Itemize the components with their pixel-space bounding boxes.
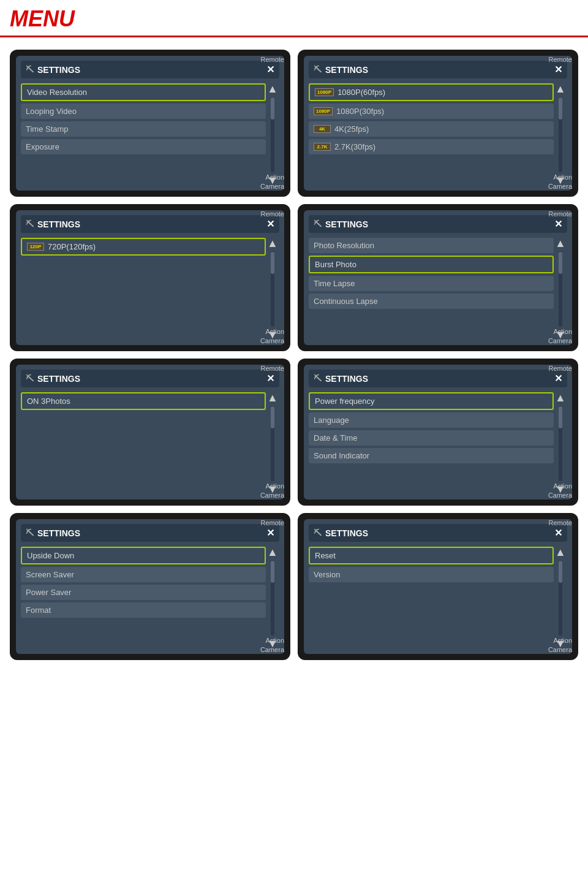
menu-item-text-2-1: 1080P(60fps) bbox=[337, 88, 385, 97]
menu-item-7-2[interactable]: Screen Saver bbox=[21, 567, 266, 582]
menu-area-6: Power frequencyLanguageDate & TimeSound … bbox=[309, 392, 554, 495]
menu-item-text-6-4: Sound Indicator bbox=[314, 451, 369, 460]
up-btn-7[interactable]: ▲ bbox=[267, 547, 278, 558]
remote-label-4: Remote bbox=[548, 210, 572, 218]
res-badge-2-3: 4K bbox=[314, 125, 331, 133]
settings-label-text-2: SETTINGS bbox=[325, 65, 368, 75]
close-btn-4[interactable]: ✕ bbox=[554, 218, 562, 230]
screen-3: ⛏SETTINGS✕120P720P(120fps)▲▼ bbox=[16, 210, 284, 345]
menu-item-text-7-1: Upside Down bbox=[27, 551, 74, 560]
menu-item-text-8-1: Reset bbox=[315, 551, 336, 560]
wrench-icon-6: ⛏ bbox=[314, 374, 322, 383]
menu-item-1-3[interactable]: Time Stamp bbox=[21, 121, 266, 137]
camera-unit-8: Remote⛏SETTINGS✕ResetVersion▲▼ActionCame… bbox=[298, 513, 578, 660]
screen-7: ⛏SETTINGS✕Upside DownScreen SaverPower S… bbox=[16, 519, 284, 654]
menu-item-8-2[interactable]: Version bbox=[309, 567, 554, 582]
action-label-7: ActionCamera bbox=[260, 636, 284, 654]
screen-content-1: Video ResolutionLooping VideoTime StampE… bbox=[21, 83, 279, 186]
menu-item-text-2-3: 4K(25fps) bbox=[334, 124, 369, 134]
menu-item-2-3[interactable]: 4K4K(25fps) bbox=[309, 121, 554, 137]
menu-item-4-2[interactable]: Burst Photo bbox=[309, 256, 554, 273]
wrench-icon-2: ⛏ bbox=[314, 65, 322, 74]
scrollbar-6 bbox=[559, 406, 562, 481]
menu-item-6-1[interactable]: Power frequency bbox=[309, 392, 554, 410]
menu-item-7-4[interactable]: Format bbox=[21, 602, 266, 618]
menu-item-2-1[interactable]: 1080P1080P(60fps) bbox=[309, 83, 554, 101]
screen-content-2: 1080P1080P(60fps)1080P1080P(30fps)4K4K(2… bbox=[309, 83, 567, 186]
menu-item-5-1[interactable]: ON 3Photos bbox=[21, 392, 266, 410]
screen-8: ⛏SETTINGS✕ResetVersion▲▼ bbox=[304, 519, 572, 654]
screen-content-3: 120P720P(120fps)▲▼ bbox=[21, 238, 279, 340]
up-btn-6[interactable]: ▲ bbox=[555, 392, 566, 403]
menu-item-4-1[interactable]: Photo Resolution bbox=[309, 238, 554, 253]
scrollbar-thumb-8 bbox=[559, 561, 562, 583]
scrollbar-thumb-3 bbox=[271, 252, 274, 275]
close-btn-3[interactable]: ✕ bbox=[266, 218, 274, 230]
wrench-icon-7: ⛏ bbox=[26, 528, 34, 537]
res-badge-2-1: 1080P bbox=[315, 88, 334, 96]
menu-area-5: ON 3Photos bbox=[21, 392, 266, 495]
menu-item-4-3[interactable]: Time Lapse bbox=[309, 276, 554, 291]
menu-item-text-7-3: Power Saver bbox=[26, 588, 71, 597]
action-label-3: ActionCamera bbox=[260, 327, 284, 345]
menu-item-6-3[interactable]: Date & Time bbox=[309, 430, 554, 446]
menu-item-empty-3-4 bbox=[21, 297, 266, 314]
wrench-icon-5: ⛏ bbox=[26, 374, 34, 383]
close-btn-5[interactable]: ✕ bbox=[266, 373, 274, 384]
menu-item-7-3[interactable]: Power Saver bbox=[21, 585, 266, 600]
up-btn-2[interactable]: ▲ bbox=[555, 83, 566, 94]
wrench-icon-8: ⛏ bbox=[314, 528, 322, 537]
settings-bar-8: ⛏SETTINGS✕ bbox=[309, 524, 567, 542]
settings-label-text-5: SETTINGS bbox=[37, 374, 80, 384]
screen-6: ⛏SETTINGS✕Power frequencyLanguageDate & … bbox=[304, 365, 572, 499]
menu-area-8: ResetVersion bbox=[309, 547, 554, 649]
settings-label-text-4: SETTINGS bbox=[325, 219, 368, 229]
up-btn-1[interactable]: ▲ bbox=[267, 83, 278, 94]
close-btn-6[interactable]: ✕ bbox=[554, 373, 562, 384]
remote-label-7: Remote bbox=[260, 519, 284, 526]
scrollbar-4 bbox=[559, 251, 562, 327]
close-btn-8[interactable]: ✕ bbox=[554, 527, 562, 539]
scrollbar-7 bbox=[271, 560, 274, 636]
settings-label-text-8: SETTINGS bbox=[325, 528, 368, 538]
menu-item-6-4[interactable]: Sound Indicator bbox=[309, 448, 554, 463]
right-side-5: ▲▼ bbox=[266, 392, 279, 495]
menu-item-text-4-3: Time Lapse bbox=[314, 279, 355, 288]
settings-bar-4: ⛏SETTINGS✕ bbox=[309, 215, 567, 233]
menu-item-1-2[interactable]: Looping Video bbox=[21, 104, 266, 119]
menu-item-empty-8-4 bbox=[309, 604, 554, 621]
menu-item-1-1[interactable]: Video Resolution bbox=[21, 83, 266, 101]
menu-item-8-1[interactable]: Reset bbox=[309, 547, 554, 564]
menu-item-1-4[interactable]: Exposure bbox=[21, 139, 266, 154]
camera-unit-2: Remote⛏SETTINGS✕1080P1080P(60fps)1080P10… bbox=[298, 50, 578, 197]
menu-item-2-2[interactable]: 1080P1080P(30fps) bbox=[309, 104, 554, 119]
menu-item-text-3-1: 720P(120fps) bbox=[48, 242, 96, 251]
menu-item-empty-5-3 bbox=[21, 432, 266, 449]
settings-label-text-1: SETTINGS bbox=[37, 65, 80, 75]
up-btn-8[interactable]: ▲ bbox=[555, 547, 566, 558]
close-btn-2[interactable]: ✕ bbox=[554, 64, 562, 75]
menu-item-7-1[interactable]: Upside Down bbox=[21, 547, 266, 564]
menu-item-4-4[interactable]: Continuous Lapse bbox=[309, 294, 554, 309]
settings-bar-5: ⛏SETTINGS✕ bbox=[21, 370, 279, 387]
up-btn-5[interactable]: ▲ bbox=[267, 392, 278, 403]
menu-item-empty-5-2 bbox=[21, 412, 266, 430]
remote-label-8: Remote bbox=[548, 519, 572, 526]
menu-item-text-2-4: 2.7K(30fps) bbox=[334, 142, 375, 151]
scrollbar-5 bbox=[271, 406, 274, 481]
menu-item-3-1[interactable]: 120P720P(120fps) bbox=[21, 238, 266, 256]
scrollbar-8 bbox=[559, 560, 562, 636]
action-label-5: ActionCamera bbox=[260, 482, 284, 499]
close-btn-1[interactable]: ✕ bbox=[266, 64, 274, 75]
page-header: MENU bbox=[0, 0, 588, 37]
settings-bar-6: ⛏SETTINGS✕ bbox=[309, 370, 567, 387]
screens-grid: Remote⛏SETTINGS✕Video ResolutionLooping … bbox=[0, 44, 588, 666]
up-btn-3[interactable]: ▲ bbox=[267, 238, 278, 249]
res-badge-2-2: 1080P bbox=[314, 107, 333, 115]
action-label-6: ActionCamera bbox=[548, 482, 572, 499]
menu-item-2-4[interactable]: 2.7K2.7K(30fps) bbox=[309, 139, 554, 154]
menu-item-6-2[interactable]: Language bbox=[309, 412, 554, 428]
up-btn-4[interactable]: ▲ bbox=[555, 238, 566, 249]
settings-bar-3: ⛏SETTINGS✕ bbox=[21, 215, 279, 233]
close-btn-7[interactable]: ✕ bbox=[266, 527, 274, 539]
